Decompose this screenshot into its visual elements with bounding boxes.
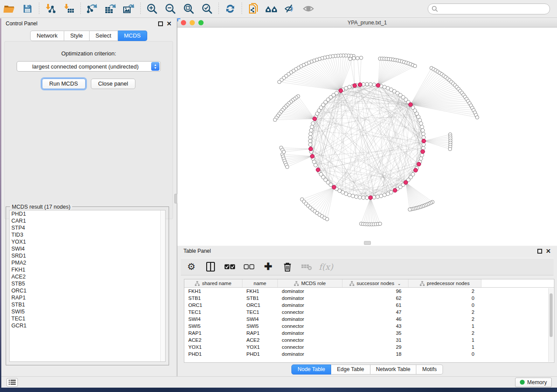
export-table-icon[interactable] (104, 2, 117, 15)
zoom-in-icon[interactable] (145, 2, 159, 15)
cell-successor_nodes[interactable]: 43 (343, 323, 408, 329)
cell-name[interactable]: FKH1 (242, 289, 278, 294)
mcds-result-item[interactable]: TID3 (10, 231, 165, 238)
export-image-icon[interactable] (122, 2, 135, 15)
close-panel-button[interactable]: Close panel (91, 79, 136, 89)
float-panel-icon[interactable] (158, 21, 163, 26)
table-row[interactable]: RAP1RAP1dominator352 (184, 330, 554, 337)
tab-motifs[interactable]: Motifs (416, 364, 443, 375)
cell-mcds_role[interactable]: dominator (278, 296, 343, 301)
cell-predecessor_nodes[interactable]: 2 (408, 309, 481, 315)
cell-successor_nodes[interactable]: 96 (343, 289, 408, 294)
node-table-header[interactable]: shared namenameMCDS rolesuccessor nodes⌄… (184, 279, 554, 288)
zoom-fit-icon[interactable] (182, 2, 195, 15)
mcds-result-list[interactable]: PHD1CAR1STP4TID3YOX1SWI4SRD1PMA2FKH1ACE2… (9, 210, 166, 362)
network-splitter-handle[interactable] (364, 241, 371, 245)
cell-successor_nodes[interactable]: 47 (343, 309, 408, 315)
cell-successor_nodes[interactable]: 29 (343, 344, 408, 350)
cell-shared_name[interactable]: ORC1 (184, 303, 242, 308)
mcds-result-item[interactable]: FKH1 (10, 266, 165, 273)
column-header-MCDS-role[interactable]: MCDS role (278, 279, 343, 287)
delete-column-icon[interactable] (282, 261, 293, 272)
show-columns-icon[interactable] (205, 261, 216, 272)
cell-predecessor_nodes[interactable]: 2 (408, 289, 481, 294)
mcds-result-item[interactable]: RAP1 (10, 294, 165, 301)
cell-name[interactable]: STB1 (242, 296, 278, 301)
mcds-result-item[interactable]: SRD1 (10, 252, 165, 259)
open-file-icon[interactable] (3, 2, 16, 15)
table-row[interactable]: PHD1PHD1dominator180 (184, 351, 554, 358)
tab-mcds[interactable]: MCDS (118, 31, 147, 41)
table-row[interactable]: ACE2ACE2connector311 (184, 337, 554, 344)
cell-mcds_role[interactable]: dominator (278, 316, 343, 322)
mcds-result-item[interactable]: SWI5 (10, 308, 165, 315)
cell-shared_name[interactable]: ACE2 (184, 337, 242, 343)
cell-predecessor_nodes[interactable]: 1 (408, 323, 481, 329)
run-mcds-button[interactable]: Run MCDS (42, 79, 86, 89)
cell-successor_nodes[interactable]: 35 (343, 330, 408, 336)
refresh-layout-icon[interactable] (224, 2, 237, 15)
cell-mcds_role[interactable]: dominator (278, 289, 343, 294)
share-document-icon[interactable] (247, 2, 260, 15)
cell-shared_name[interactable]: PHD1 (184, 351, 242, 357)
table-settings-icon[interactable]: ⚙ (186, 261, 197, 272)
cell-successor_nodes[interactable]: 62 (343, 296, 408, 301)
cell-name[interactable]: ORC1 (242, 303, 278, 308)
mcds-result-item[interactable]: TEC1 (10, 315, 165, 322)
mcds-result-item[interactable]: ORC1 (10, 287, 165, 294)
cell-shared_name[interactable]: STB1 (184, 296, 242, 301)
table-row[interactable]: FKH1FKH1dominator962 (184, 288, 554, 295)
deselect-all-rows-icon[interactable] (244, 261, 254, 272)
mcds-result-item[interactable]: STB5 (10, 280, 165, 287)
table-row[interactable]: TEC1TEC1connector472 (184, 309, 554, 316)
zoom-selected-icon[interactable] (201, 2, 214, 15)
tab-network[interactable]: Network (30, 31, 64, 41)
export-network-icon[interactable] (86, 2, 99, 15)
save-session-icon[interactable] (21, 2, 34, 15)
cell-predecessor_nodes[interactable]: 1 (408, 344, 481, 350)
cell-name[interactable]: TEC1 (242, 309, 278, 315)
cell-shared_name[interactable]: RAP1 (184, 330, 242, 336)
float-table-panel-icon[interactable] (537, 249, 542, 254)
cell-name[interactable]: RAP1 (242, 330, 278, 336)
cell-successor_nodes[interactable]: 46 (343, 316, 408, 322)
cell-shared_name[interactable]: SWI5 (184, 323, 242, 329)
cell-mcds_role[interactable]: dominator (278, 330, 343, 336)
cell-predecessor_nodes[interactable]: 2 (408, 316, 481, 322)
table-row[interactable]: SWI4SWI4dominator462 (184, 316, 554, 323)
hide-selected-icon[interactable] (284, 2, 297, 15)
tab-select[interactable]: Select (90, 31, 118, 41)
cell-successor_nodes[interactable]: 31 (343, 337, 408, 343)
cell-predecessor_nodes[interactable]: 1 (408, 337, 481, 343)
cell-mcds_role[interactable]: connector (278, 323, 343, 329)
close-panel-icon[interactable]: ✕ (166, 21, 172, 26)
cell-predecessor_nodes[interactable]: 0 (408, 296, 481, 301)
import-network-icon[interactable] (44, 2, 57, 15)
cell-predecessor_nodes[interactable]: 0 (408, 351, 481, 357)
cell-predecessor_nodes[interactable]: 0 (408, 303, 481, 308)
memory-button[interactable]: Memory (515, 378, 552, 387)
cell-mcds_role[interactable]: dominator (278, 303, 343, 308)
mcds-result-item[interactable]: STB1 (10, 301, 165, 308)
column-header-name[interactable]: name (242, 279, 278, 287)
cell-mcds_role[interactable]: connector (278, 344, 343, 350)
column-header-predecessor-nodes[interactable]: predecessor nodes (408, 279, 481, 287)
cell-mcds_role[interactable]: connector (278, 309, 343, 315)
mcds-result-item[interactable]: PHD1 (10, 210, 165, 217)
table-row[interactable]: STB1STB1dominator620 (184, 295, 554, 302)
network-canvas[interactable] (177, 28, 557, 246)
node-table[interactable]: shared namenameMCDS rolesuccessor nodes⌄… (184, 279, 554, 363)
network-window-titlebar[interactable]: YPA_prune.txt_1 (177, 18, 557, 28)
tab-node-table[interactable]: Node Table (291, 364, 331, 375)
task-history-button[interactable] (7, 378, 18, 387)
tab-style[interactable]: Style (64, 31, 90, 41)
mcds-result-item[interactable]: GCR1 (10, 322, 165, 329)
mcds-result-item[interactable]: SWI4 (10, 245, 165, 252)
cell-name[interactable]: SWI5 (242, 323, 278, 329)
cell-name[interactable]: ACE2 (242, 337, 278, 343)
column-header-shared-name[interactable]: shared name (184, 279, 242, 287)
select-all-rows-icon[interactable] (225, 261, 235, 272)
table-scrollbar[interactable] (548, 288, 554, 362)
network-graph[interactable] (177, 28, 557, 246)
zoom-out-icon[interactable] (164, 2, 177, 15)
